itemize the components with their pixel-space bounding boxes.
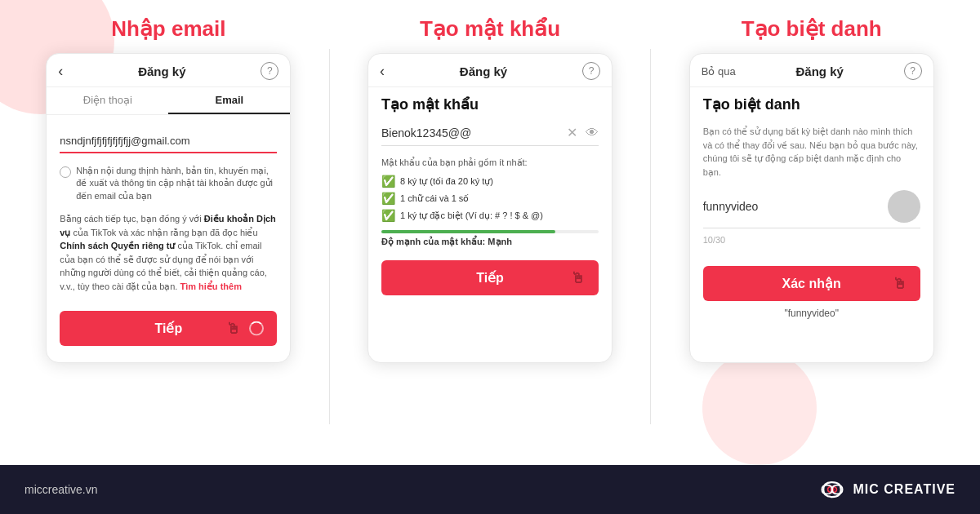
header-title-nickname: Đăng ký [795, 64, 843, 78]
password-icons: ✕ 👁 [567, 125, 599, 140]
confirm-button-nickname[interactable]: Xác nhận 🖱 [703, 266, 920, 301]
panel-nickname-title: Tạo biệt danh [742, 16, 882, 42]
header-title-email: Đăng ký [138, 64, 185, 78]
req-check-length: ✅ [381, 175, 395, 188]
panel-email: Nhập email ‹ Đăng ký ? Điện thoại Email [24, 16, 313, 457]
phone-header-nickname: Bỏ qua Đăng ký ? [690, 54, 933, 87]
skip-button-nickname[interactable]: Bỏ qua [702, 65, 736, 78]
phone-body-password: Tạo mật khẩu ✕ 👁 Mật khẩu của bạn phải g… [368, 87, 612, 307]
char-count: 10/30 [703, 235, 920, 245]
divider-2 [650, 49, 651, 424]
panel-email-title: Nhập email [111, 16, 225, 42]
next-button-password[interactable]: Tiếp 🖱 [381, 260, 599, 295]
tab-phone[interactable]: Điện thoại [47, 87, 168, 114]
nickname-section-title: Tạo biệt danh [703, 95, 920, 113]
req-special: ✅ 1 ký tự đặc biệt (Ví dụ: # ? ! $ & @) [381, 209, 599, 222]
req-length: ✅ 8 ký tự (tối đa 20 ký tự) [381, 175, 599, 188]
req-alphanumeric: ✅ 1 chữ cái và 1 số [381, 192, 599, 205]
avatar-placeholder [888, 190, 920, 223]
clear-icon[interactable]: ✕ [567, 125, 577, 140]
phone-header-email: ‹ Đăng ký ? [47, 54, 290, 87]
next-button-email[interactable]: Tiếp 🖱 [60, 311, 277, 346]
nickname-input[interactable] [703, 200, 888, 213]
phone-frame-password: ‹ Đăng ký ? Tạo mật khẩu ✕ 👁 M [368, 53, 612, 363]
phone-body-nickname: Tạo biệt danh Bạn có thể sử dụng bất kỳ … [690, 87, 933, 337]
phone-frame-nickname: Bỏ qua Đăng ký ? Tạo biệt danh Bạn có th… [689, 53, 934, 363]
cursor-icon-password: 🖱 [571, 269, 586, 286]
phone-header-password: ‹ Đăng ký ? [368, 54, 612, 87]
password-section-title: Tạo mật khẩu [381, 95, 599, 113]
tab-email[interactable]: Email [168, 87, 290, 114]
req-check-special: ✅ [381, 209, 395, 222]
email-input[interactable] [60, 131, 277, 153]
back-button-email[interactable]: ‹ [58, 63, 63, 80]
terms-text-email: Bằng cách tiếp tục, bạn đồng ý với Điều … [60, 212, 277, 293]
mic-logo-icon [817, 475, 847, 504]
back-button-password[interactable]: ‹ [380, 63, 385, 80]
strength-bar-fill [381, 230, 555, 233]
loading-spinner-email [249, 321, 264, 336]
checkbox-newsletter: Nhận nội dung thịnh hành, bản tin, khuyế… [60, 165, 277, 202]
cursor-icon-nickname: 🖱 [893, 275, 907, 292]
password-input-row: ✕ 👁 [381, 125, 599, 146]
terms-link[interactable]: Điều khoản Dịch vụ [60, 214, 275, 237]
strength-bar-bg [381, 230, 599, 233]
requirements-title: Mật khẩu của bạn phải gồm ít nhất: [381, 157, 599, 168]
panels-area: Nhập email ‹ Đăng ký ? Điện thoại Email [0, 0, 980, 465]
strength-row: Độ mạnh của mật khẩu: Mạnh [381, 230, 599, 247]
tabs-row-email: Điện thoại Email [47, 87, 290, 115]
nickname-description: Bạn có thể sử dụng bất kỳ biệt danh nào … [703, 125, 920, 179]
privacy-link[interactable]: Chính sách Quyền riêng tư [60, 241, 175, 250]
strength-label: Độ mạnh của mật khẩu: Mạnh [381, 237, 599, 247]
divider-1 [329, 49, 330, 424]
help-button-nickname[interactable]: ? [904, 62, 922, 80]
panel-password-title: Tạo mật khẩu [420, 16, 560, 42]
req-check-alphanumeric: ✅ [381, 192, 395, 205]
nickname-bottom-text: "funnyvideo" [703, 301, 920, 326]
phone-body-email: Nhận nội dung thịnh hành, bản tin, khuyế… [47, 123, 290, 357]
checkbox-text: Nhận nội dung thịnh hành, bản tin, khuyế… [76, 165, 277, 202]
cursor-icon-email: 🖱 [226, 320, 241, 337]
panel-password: Tạo mật khẩu ‹ Đăng ký ? Tạo mật khẩu ✕ … [346, 16, 635, 457]
password-input[interactable] [381, 126, 567, 140]
nickname-input-row [703, 190, 920, 228]
footer-brand: MIC CREATIVE [817, 475, 956, 504]
footer-website: miccreative.vn [24, 483, 97, 496]
panel-nickname: Tạo biệt danh Bỏ qua Đăng ký ? Tạo biệt … [667, 16, 956, 457]
main-content: Nhập email ‹ Đăng ký ? Điện thoại Email [0, 0, 980, 514]
eye-icon[interactable]: 👁 [586, 126, 599, 140]
learn-more-link[interactable]: Tìm hiểu thêm [180, 281, 241, 291]
phone-frame-email: ‹ Đăng ký ? Điện thoại Email Nhận nội du… [46, 53, 291, 363]
footer: miccreative.vn MIC CREATIVE [0, 465, 980, 514]
checkbox-icon[interactable] [60, 166, 71, 178]
help-button-email[interactable]: ? [261, 62, 278, 80]
header-title-password: Đăng ký [460, 64, 507, 78]
help-button-password[interactable]: ? [582, 62, 600, 80]
footer-brand-name: MIC CREATIVE [853, 482, 956, 497]
